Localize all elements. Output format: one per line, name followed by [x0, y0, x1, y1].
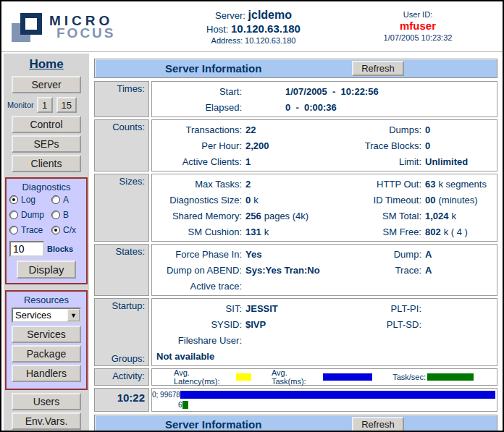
main-content: Server Information Refresh Times:Start:1…	[91, 52, 503, 432]
activity-data-row: 10:22 0; 99678 6	[94, 388, 497, 412]
field-value: 1,024	[425, 211, 449, 221]
field-label: Transactions:	[152, 124, 242, 135]
display-button[interactable]: Display	[17, 261, 76, 279]
server-button[interactable]: Server	[12, 76, 81, 93]
field-pair: Force Phase In:Yes	[152, 249, 335, 260]
field-label: SM Free:	[335, 226, 421, 237]
home-link[interactable]: Home	[29, 57, 63, 72]
field-row: Force Phase In:YesDump:A	[152, 246, 494, 262]
field-value: 2,200	[245, 140, 269, 151]
field-row: Active trace:	[152, 278, 494, 294]
users-button[interactable]: Users	[12, 393, 81, 410]
section-startup: Startup:Groups:SIT:JESSITPLT-PI:SYSID:$I…	[94, 298, 497, 366]
host-value: 10.120.63.180	[231, 22, 301, 35]
logo-text-micro: MICRO	[49, 14, 116, 27]
logo-text-focus: FOCUS	[56, 27, 116, 39]
address-value: 10.120.63.180	[245, 36, 295, 45]
field-label: SYSID:	[152, 319, 242, 330]
chevron-down-icon[interactable]: ▼	[67, 309, 80, 321]
field-pair: Per Hour:2,200	[152, 140, 335, 151]
bottom-title-bar: Server Information Refresh	[94, 415, 497, 432]
field-row: SIT:JESSITPLT-PI:	[152, 300, 494, 316]
legend-label-task: Avg. Task(ms):	[272, 368, 322, 386]
section-label-cell: Times:	[94, 81, 149, 117]
field-row: Dump on ABEND:Sys:Yes Tran:NoTrace:A	[152, 262, 494, 278]
field-row: SYSID:$IVPPLT-SD:	[152, 316, 494, 332]
package-button[interactable]: Package	[12, 345, 81, 363]
field-pair: SYSID:$IVP	[152, 319, 335, 330]
control-button[interactable]: Control	[12, 116, 81, 133]
resources-panel: Resources Services ▼ Services Package Ha…	[5, 290, 88, 390]
services-button[interactable]: Services	[12, 326, 81, 343]
field-value: A	[425, 265, 432, 276]
field-value: Yes	[245, 249, 261, 260]
handlers-button[interactable]: Handlers	[12, 365, 81, 382]
field-pair: Fileshare User:	[152, 335, 335, 346]
radio-log[interactable]: Log	[9, 195, 51, 205]
user-id-value: mfuser	[364, 20, 472, 32]
field-pair: HTTP Out:63k segments	[335, 179, 494, 190]
section-label-cell: Counts:	[94, 119, 149, 171]
resources-title: Resources	[24, 295, 69, 305]
field-label: Trace:	[335, 265, 421, 276]
field-row: Start:1/07/2005 - 10:22:56	[152, 83, 494, 99]
field-label: SM Cushion:	[152, 226, 242, 237]
radio-icon	[51, 195, 60, 204]
sidebar: Home Server Monitor 1 15 Control SEPs Cl…	[1, 52, 91, 432]
radio-label: B	[63, 210, 69, 220]
clients-button[interactable]: Clients	[12, 155, 81, 172]
refresh-button-top[interactable]: Refresh	[352, 61, 404, 76]
section-label-cell: Sizes:	[94, 174, 149, 242]
radio-dump[interactable]: Dump	[9, 210, 51, 220]
page-title: Server Information	[165, 62, 261, 75]
page-title-bottom: Server Information	[165, 418, 261, 431]
section-content: Force Phase In:YesDump:ADump on ABEND:Sy…	[151, 244, 497, 296]
field-value: 131	[245, 226, 261, 237]
env-vars-button[interactable]: Env.Vars.	[12, 412, 81, 430]
field-pair: PLT-PI:	[335, 303, 494, 314]
radio-label: Log	[21, 195, 35, 205]
section-counts: Counts:Transactions:22Dumps:0Per Hour:2,…	[94, 119, 497, 171]
legend-swatch-task-per-sec	[427, 373, 474, 381]
radio-label: A	[63, 195, 69, 205]
server-name: jcldemo	[248, 9, 292, 21]
user-id-label: User ID:	[364, 10, 472, 19]
field-pair: Max Tasks:2	[152, 179, 335, 190]
refresh-button-bottom[interactable]: Refresh	[352, 417, 404, 432]
radio-c-x[interactable]: C/x	[51, 225, 83, 235]
radio-b[interactable]: B	[51, 210, 83, 220]
section-label: States:	[96, 246, 145, 257]
section-label-cell: Startup:Groups:	[94, 298, 149, 366]
monitor-interval-button[interactable]: 1	[37, 97, 53, 113]
radio-trace[interactable]: Trace	[9, 225, 51, 235]
field-pair: SIT:JESSIT	[152, 303, 335, 314]
field-label: HTTP Out:	[335, 179, 421, 190]
field-value: Sys:Yes Tran:No	[245, 265, 320, 276]
field-value: 0	[425, 140, 430, 151]
micro-focus-logo-icon	[12, 12, 43, 42]
activity-legend: Avg. Latency(ms): Avg. Task(ms): Task/se…	[152, 370, 494, 384]
field-label: Fileshare User:	[152, 335, 242, 346]
monitor-count-button[interactable]: 15	[56, 97, 77, 113]
section-label-secondary: Groups:	[96, 353, 145, 364]
field-label: Shared Memory:	[152, 211, 242, 221]
radio-a[interactable]: A	[51, 195, 83, 205]
seps-button[interactable]: SEPs	[12, 135, 81, 153]
field-pair: Active trace:	[152, 281, 335, 292]
field-label: PLT-PI:	[335, 303, 421, 314]
server-label: Server:	[215, 10, 245, 21]
section-times: Times:Start:1/07/2005 - 10:22:56Elapsed:…	[94, 81, 497, 117]
field-row: Active Clients:1Limit:Unlimited	[152, 153, 494, 169]
radio-icon	[9, 195, 18, 204]
radio-icon	[51, 226, 60, 234]
field-label: SIT:	[152, 303, 242, 314]
resources-select[interactable]: Services ▼	[12, 308, 81, 323]
page-header: MICRO FOCUS Server: jcldemo Host: 10.120…	[1, 1, 503, 52]
blocks-input[interactable]	[9, 241, 44, 257]
field-value: JESSIT	[245, 303, 278, 314]
radio-label: C/x	[63, 225, 76, 235]
field-pair: Diagnostics Size:0k	[152, 195, 335, 206]
section-label-cell: States:	[94, 244, 149, 296]
field-label: Start:	[152, 86, 242, 97]
field-row: Not available	[152, 348, 494, 364]
